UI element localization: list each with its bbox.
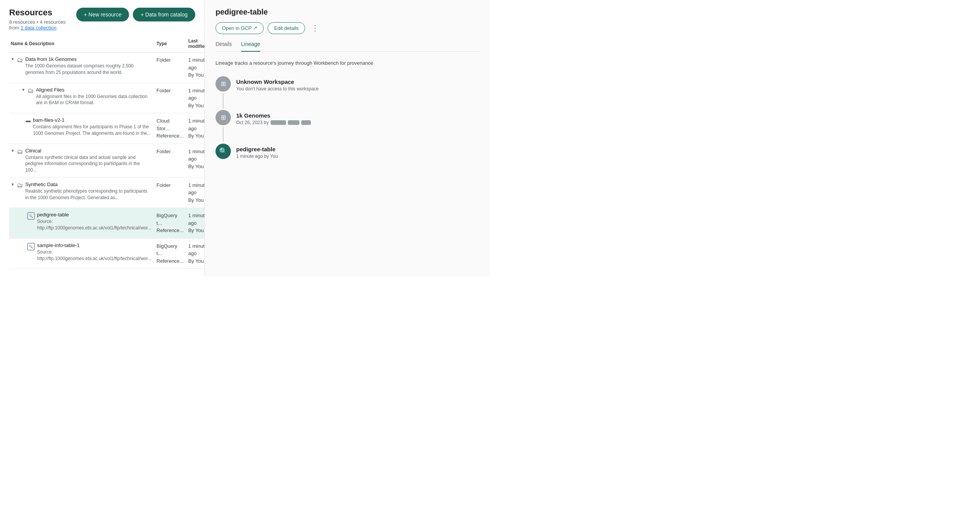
more-options-button[interactable]: ⋮ [309,22,321,34]
resource-name: bam-files-v2-1 [33,117,152,123]
lineage-node-name: Unknown Workspace [236,79,479,85]
resource-description: Source: http://ftp.1000genomes.ebi.ac.uk… [37,218,152,231]
resource-type: Folder [155,144,187,177]
table-row[interactable]: ▼ 🗂 Clinical Contains synthetic clinical… [9,144,205,177]
resource-modified: 1 minute agoBy You [187,238,205,269]
resource-modified: 1 minute agoBy You [187,144,205,177]
resource-type: BigQuery t...Reference... [155,238,187,269]
tab-details[interactable]: Details [216,41,232,52]
resource-description: All alignment files in the 1000 Genomes … [36,93,152,106]
resource-name: pedigree-table [37,212,152,218]
right-panel: pedigree-table Open in GCP ↗ Edit detail… [205,0,490,277]
resource-type: Folder [155,52,187,83]
resource-modified: 1 minute agoBy You [187,83,205,113]
lineage-node-icon: ⊞ [216,76,231,92]
external-link-icon: ↗ [253,25,257,31]
header-row: Resources 8 resources • 4 resources from… [9,8,195,31]
page-subtitle: 8 resources • 4 resources from 1 data co… [9,19,76,31]
detail-title: pedigree-table [216,8,479,16]
resource-name: Data from 1k Genomes [25,56,152,62]
lineage-item: 🔍pedigree-table1 minute ago by You [216,144,479,159]
resource-name: sample-info-table-1 [37,242,152,248]
folder-icon: 🗂 [17,57,23,64]
tab-lineage[interactable]: Lineage [241,41,260,52]
header-title-block: Resources 8 resources • 4 resources from… [9,8,76,31]
col-name-header: Name & Description [9,35,155,52]
resource-modified: 1 minute agoBy You [187,113,205,144]
resource-type: Cloud Stor...Reference... [155,113,187,144]
redacted-bar-1 [271,120,286,125]
bigquery-icon: 🔍 [27,243,35,250]
lineage-node-subtitle: 1 minute ago by You [236,154,479,159]
table-row[interactable]: 🔍 pedigree-table Source: http://ftp.1000… [9,208,205,239]
grid-icon: ⊞ [221,80,226,87]
resource-description: The 1000 Genomes dataset comprises rough… [25,63,152,76]
chevron-icon[interactable]: ▼ [21,88,25,92]
resource-description: Contains alignment files for participant… [33,124,152,137]
resource-name: Synthetic Data [25,182,152,187]
resource-description: Contains synthetic clinical data and act… [25,154,152,173]
col-type-header: Type [155,35,187,52]
search-icon: 🔍 [219,147,227,155]
detail-tabs: Details Lineage [216,41,479,52]
open-in-gcp-button[interactable]: Open in GCP ↗ [216,22,264,34]
resource-description: Realistic synthetic phenotypes correspon… [25,188,152,201]
lineage-node-subtitle: You don't have access to this workspace [236,86,479,92]
detail-actions: Open in GCP ↗ Edit details ⋮ [216,22,479,34]
resource-modified: 1 minute agoBy You [187,208,205,239]
folder-icon: 🗂 [17,148,23,155]
redacted-bar-2 [288,120,299,125]
table-row[interactable]: ▼ 🗂 Data from 1k Genomes The 1000 Genome… [9,52,205,83]
table-row[interactable]: ▼ 🗂 Synthetic Data Realistic synthetic p… [9,177,205,208]
col-modified-header: Lastmodified [187,35,205,52]
storage-icon: ▬ [26,118,31,123]
lineage-description: Lineage tracks a resource's journey thro… [216,59,479,67]
grid-icon: ⊞ [221,114,226,121]
page-title: Resources [9,8,76,18]
lineage-date: Oct 26, 2023 by [236,120,269,125]
chevron-icon[interactable]: ▼ [11,57,15,61]
lineage-node-icon: ⊞ [216,110,231,125]
data-from-catalog-button[interactable]: + Data from catalog [133,8,195,21]
folder-icon: 🗂 [28,87,34,94]
resource-description: Source: http://ftp.1000genomes.ebi.ac.uk… [37,249,152,262]
table-row[interactable]: ▼ 🗂 Aligned Files All alignment files in… [9,83,205,113]
resource-type: Folder [155,83,187,113]
resource-modified: 1 minute agoBy You [187,52,205,83]
lineage-node-subtitle: Oct 26, 2023 by [236,120,479,125]
table-row[interactable]: ▬ bam-files-v2-1 Contains alignment file… [9,113,205,144]
left-panel: Resources 8 resources • 4 resources from… [0,0,205,277]
lineage-connector-line [223,93,224,108]
open-in-gcp-label: Open in GCP [222,25,252,31]
resource-modified: 1 minute agoBy You [187,177,205,208]
data-collection-link[interactable]: 1 data collection [21,25,57,31]
lineage-item: ⊞1k GenomesOct 26, 2023 by [216,110,479,144]
chevron-icon[interactable]: ▼ [11,149,15,153]
resource-name: Aligned Files [36,87,152,93]
lineage-node-icon: 🔍 [216,144,231,159]
edit-details-button[interactable]: Edit details [268,22,305,34]
resource-name: Clinical [25,148,152,154]
table-row[interactable]: 🔍 sample-info-table-1 Source: http://ftp… [9,238,205,269]
resource-type: BigQuery t...Reference... [155,208,187,239]
resource-type: Folder [155,177,187,208]
lineage-item: ⊞Unknown WorkspaceYou don't have access … [216,76,479,110]
lineage-node-name: 1k Genomes [236,112,479,119]
chevron-icon[interactable]: ▼ [11,182,15,187]
folder-icon: 🗂 [17,182,23,189]
lineage-connector-line [223,127,224,142]
bigquery-icon: 🔍 [27,212,35,220]
resource-table: Name & Description Type Lastmodified ▼ 🗂… [9,35,205,269]
lineage-node-name: pedigree-table [236,146,479,152]
lineage-items: ⊞Unknown WorkspaceYou don't have access … [216,76,479,159]
redacted-bar-3 [301,120,311,125]
new-resource-button[interactable]: + New resource [76,8,129,21]
header-buttons: + New resource + Data from catalog [76,8,195,21]
